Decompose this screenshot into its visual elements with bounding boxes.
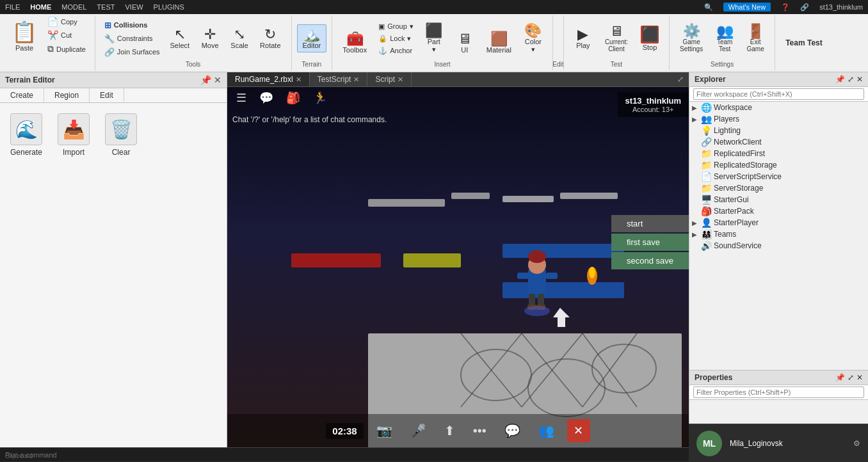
explorer-pin-icon[interactable]: 📌 (835, 75, 845, 84)
first-save-button[interactable]: first save (611, 234, 689, 251)
second-save-button[interactable]: second save (611, 252, 689, 269)
start-button[interactable]: start (611, 215, 689, 232)
explorer-close-icon[interactable]: ✕ (856, 75, 863, 84)
character-button[interactable]: 🏃 (309, 90, 331, 106)
toolbox-button[interactable]: 🧰 Toolbox (337, 29, 372, 56)
editor-button[interactable]: 🏔️ Editor (297, 24, 327, 52)
cut-button[interactable]: ✂️ Cut (44, 29, 90, 42)
part-button[interactable]: ⬛ Part ▾ (420, 21, 448, 56)
chat-vp-button[interactable]: 💬 (499, 420, 526, 441)
terrain-pin-icon[interactable]: 📌 (200, 75, 211, 85)
tree-item-starterplayer[interactable]: ▶ 👤 StarterPlayer (689, 217, 868, 228)
anchor-icon: ⚓ (378, 47, 387, 55)
command-input[interactable] (5, 451, 793, 459)
team-test-button[interactable]: 👥 TeamTest (711, 22, 739, 55)
tree-item-startergui[interactable]: 🖥️ StarterGui (689, 194, 868, 205)
group-button[interactable]: ▣ Group ▾ (374, 21, 417, 32)
chat-button[interactable]: 💬 (255, 90, 277, 106)
explorer-search-input[interactable] (693, 88, 864, 100)
whats-new-button[interactable]: What's New (723, 3, 771, 12)
chat-hint-text: Chat '/?' or '/help' for a list of chat … (232, 115, 387, 124)
editor-tab-rungame[interactable]: RunGame_2.rbxl ✕ (227, 72, 310, 86)
tree-item-networkclient[interactable]: 🔗 NetworkClient (689, 136, 868, 148)
camera-button[interactable]: 📷 (371, 420, 398, 441)
terrain-tab-region[interactable]: Region (44, 88, 90, 102)
collisions-button[interactable]: ⊞ Collisions (100, 19, 164, 31)
move-button[interactable]: ✛ Move (196, 19, 224, 58)
terrain-tab-create[interactable]: Create (0, 88, 44, 102)
terrain-clear-button[interactable]: 🗑️ Clear (105, 113, 137, 157)
duplicate-button[interactable]: ⧉ Duplicate (44, 42, 90, 56)
group-icon: ▣ (378, 22, 385, 31)
terrain-tab-edit[interactable]: Edit (90, 88, 124, 102)
inventory-button[interactable]: 🎒 (282, 90, 304, 106)
properties-pin-icon[interactable]: 📌 (835, 373, 845, 382)
tree-item-starterpack[interactable]: 🎒 StarterPack (689, 205, 868, 217)
close-game-button[interactable]: ✕ (567, 419, 590, 442)
menu-view[interactable]: VIEW (125, 3, 143, 11)
users-button[interactable]: 👥 (533, 420, 559, 441)
play-button[interactable]: ▶ Play (569, 22, 597, 55)
menu-file[interactable]: FILE (5, 3, 20, 11)
tree-item-serverstorage[interactable]: 📁 ServerStorage (689, 182, 868, 194)
terrain-generate-button[interactable]: 🌊 Generate (10, 113, 42, 157)
properties-close-icon[interactable]: ✕ (856, 373, 863, 382)
explorer-maximize-icon[interactable]: ⤢ (848, 75, 854, 84)
starterpack-icon: 🎒 (701, 206, 712, 216)
rotate-button[interactable]: ↻ Rotate (255, 19, 285, 58)
menu-test[interactable]: TEST (97, 3, 115, 11)
terrain-header: Terrain Editor 📌 ✕ (0, 72, 227, 88)
editor-tab-testscript[interactable]: TestScript ✕ (310, 72, 368, 86)
teams-arrow: ▶ (692, 231, 700, 238)
menu-home[interactable]: HOME (30, 3, 51, 11)
terrain-close-icon[interactable]: ✕ (214, 75, 221, 85)
color-button[interactable]: 🎨 Color ▾ (519, 21, 547, 56)
tree-item-replicatedstorage[interactable]: 📁 ReplicatedStorage (689, 159, 868, 171)
tree-item-lighting[interactable]: 💡 Lighting (689, 125, 868, 136)
more-options-button[interactable]: ••• (468, 421, 492, 441)
stop-button[interactable]: ⬛ Stop (636, 22, 664, 55)
anchor-button[interactable]: ⚓ Anchor (374, 45, 417, 56)
paste-button[interactable]: 📋 Paste (8, 19, 41, 53)
editor-tab-testscript-label: TestScript (317, 75, 351, 84)
lock-button[interactable]: 🔒 Lock ▾ (374, 33, 417, 44)
game-settings-button[interactable]: ⚙️ GameSettings (675, 22, 708, 55)
mic-button[interactable]: 🎤 (405, 420, 431, 441)
tree-item-players[interactable]: ▶ 👥 Players (689, 113, 868, 125)
terrain-import-button[interactable]: 📥 Import (58, 113, 90, 157)
constraints-button[interactable]: 🔧 Constraints (100, 33, 164, 45)
play-label: Play (576, 42, 590, 49)
material-button[interactable]: 🟫 Material (481, 29, 517, 56)
terrain-generate-icon: 🌊 (10, 113, 42, 145)
select-button[interactable]: ↖ Select (165, 19, 195, 58)
editor-tab-testscript-close[interactable]: ✕ (353, 76, 359, 84)
workspace-label: Workspace (714, 103, 752, 112)
scale-button[interactable]: ⤡ Scale (225, 19, 253, 58)
lock-label: Lock (390, 35, 405, 42)
tab-maximize-button[interactable]: ⤢ (672, 72, 689, 86)
editor-tab-rungame-close[interactable]: ✕ (296, 76, 301, 84)
clipboard-side: 📄 Copy ✂️ Cut ⧉ Duplicate (44, 15, 90, 56)
exit-game-button[interactable]: 🚪 ExitGame (741, 22, 769, 55)
properties-search-input[interactable] (693, 386, 864, 398)
tree-item-replicatedfirst[interactable]: 📁 ReplicatedFirst (689, 148, 868, 159)
collisions-icon: ⊞ (104, 20, 111, 30)
tree-item-serverscriptservice[interactable]: 📄 ServerScriptService (689, 171, 868, 182)
menu-toggle-button[interactable]: ☰ (232, 90, 250, 106)
copy-button[interactable]: 📄 Copy (44, 15, 90, 28)
menu-model[interactable]: MODEL (61, 3, 86, 11)
ui-button[interactable]: 🖥 UI (451, 29, 479, 56)
properties-maximize-icon[interactable]: ⤢ (848, 373, 854, 382)
join-surfaces-button[interactable]: 🔗 Join Surfaces (100, 46, 164, 58)
tree-item-soundservice[interactable]: 🔊 SoundService (689, 240, 868, 251)
editor-tab-script-close[interactable]: ✕ (398, 76, 403, 84)
share-screen-button[interactable]: ⬆ (439, 420, 460, 441)
settings-icon[interactable]: ⚙ (853, 439, 860, 448)
menu-plugins[interactable]: PLUGINS (154, 3, 184, 11)
tree-item-teams[interactable]: ▶ 👨‍👩‍👧 Teams (689, 228, 868, 240)
editor-tab-script[interactable]: Script ✕ (367, 72, 412, 86)
lock-dropdown-icon: ▾ (407, 35, 411, 43)
current-client-button[interactable]: 🖥 Current:Client (600, 22, 633, 55)
toolbox-icon: 🧰 (346, 32, 364, 46)
tree-item-workspace[interactable]: ▶ 🌐 Workspace (689, 102, 868, 113)
